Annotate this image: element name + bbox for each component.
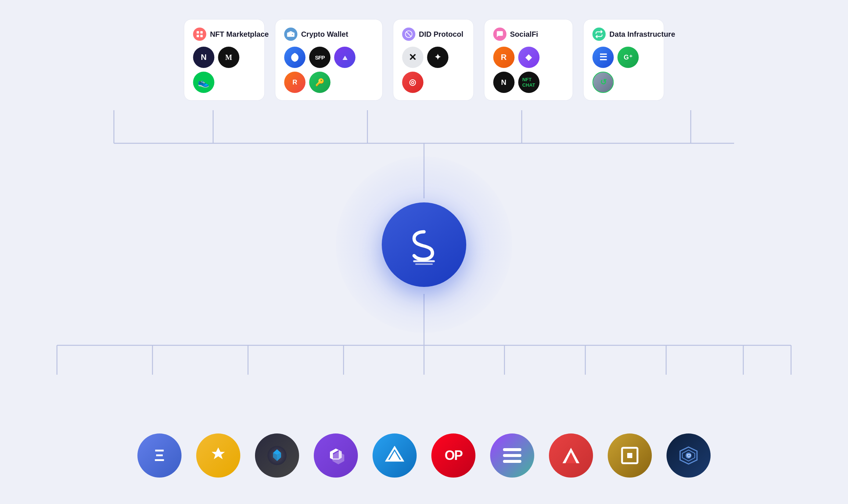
socialfi-header: SocialFi — [493, 28, 564, 41]
data-infrastructure-card: Data Infrastructure ☰ G⁺ ↺ — [583, 19, 664, 101]
top-cards-row: NFT Marketplace N M 👟 — [184, 19, 664, 101]
did-protocol-title: DID Protocol — [419, 30, 463, 39]
data-infrastructure-title: Data Infrastructure — [610, 30, 675, 39]
logo-rainbow: R — [284, 72, 305, 93]
data-infrastructure-icon — [593, 28, 606, 41]
socialfi-icon — [493, 28, 506, 41]
chain-bnb — [196, 433, 240, 478]
logo-makersplace: M — [218, 47, 239, 68]
scene: NFT Marketplace N M 👟 — [0, 0, 848, 504]
did-protocol-icon — [402, 28, 415, 41]
nft-marketplace-card: NFT Marketplace N M 👟 — [184, 19, 265, 101]
svg-point-4 — [292, 34, 293, 35]
bottom-chains: Ξ — [137, 433, 711, 478]
chain-avalanche — [549, 433, 593, 478]
did-protocol-logos: ✕ ✦ ◎ — [402, 47, 464, 93]
crypto-wallet-icon — [284, 28, 297, 41]
logo-orange: ◎ — [402, 72, 423, 93]
crypto-wallet-header: Crypto Wallet — [284, 28, 373, 41]
center-hub-wrapper — [382, 202, 466, 287]
svg-line-6 — [406, 32, 411, 37]
svg-text:🛡: 🛡 — [687, 454, 691, 458]
crypto-wallet-logos: SFP ⟁ R 🔑 — [284, 47, 373, 93]
socialfi-title: SocialFi — [510, 30, 538, 39]
logo-data2: G⁺ — [618, 47, 639, 68]
logo-safepal: SFP — [309, 47, 330, 68]
logo-opensea: 👟 — [193, 72, 214, 93]
chain-solana — [490, 433, 534, 478]
did-protocol-header: DID Protocol — [402, 28, 464, 41]
svg-rect-19 — [627, 453, 632, 458]
center-hub-logo — [404, 224, 444, 265]
chain-optimism: OP — [431, 433, 475, 478]
logo-token-pocket: 🔑 — [309, 72, 330, 93]
nft-marketplace-title: NFT Marketplace — [210, 30, 269, 39]
did-protocol-card: DID Protocol ✕ ✦ ◎ — [393, 19, 474, 101]
center-hub — [382, 202, 466, 287]
logo-nftchat: NFTCHAT — [518, 72, 539, 93]
logo-bitkeep: ⟁ — [334, 47, 355, 68]
svg-rect-13 — [503, 448, 521, 451]
logo-rally: R — [493, 47, 514, 68]
svg-rect-2 — [197, 35, 199, 37]
logo-trust-wallet — [284, 47, 305, 68]
chain-fantom — [255, 433, 299, 478]
svg-rect-3 — [200, 35, 202, 37]
svg-marker-9 — [212, 447, 225, 459]
socialfi-logos: R ◆ N NFTCHAT — [493, 47, 564, 93]
logo-ceramic: ✦ — [427, 47, 448, 68]
chain-cronos: 🛡 — [666, 433, 711, 478]
svg-rect-1 — [200, 31, 202, 33]
svg-rect-14 — [503, 454, 521, 457]
nft-marketplace-logos: N M 👟 — [193, 47, 255, 93]
logo-niswap: N — [193, 47, 214, 68]
nft-marketplace-icon — [193, 28, 206, 41]
socialfi-card: SocialFi R ◆ N NFTCHAT — [484, 19, 573, 101]
chain-ethereum: Ξ — [137, 433, 182, 478]
logo-numbers: N — [493, 72, 514, 93]
svg-rect-0 — [197, 31, 199, 33]
chain-arbitrum — [373, 433, 417, 478]
nft-marketplace-header: NFT Marketplace — [193, 28, 255, 41]
data-infrastructure-logos: ☰ G⁺ ↺ — [593, 47, 655, 93]
chain-qubic — [608, 433, 652, 478]
logo-data1: ☰ — [593, 47, 614, 68]
crypto-wallet-card: Crypto Wallet SFP ⟁ R — [275, 19, 382, 101]
chain-polygon — [314, 433, 358, 478]
logo-x: ✕ — [402, 47, 423, 68]
svg-rect-15 — [503, 460, 521, 463]
logo-data3: ↺ — [593, 72, 614, 93]
logo-aave-social: ◆ — [518, 47, 539, 68]
data-infrastructure-header: Data Infrastructure — [593, 28, 655, 41]
crypto-wallet-title: Crypto Wallet — [301, 30, 348, 39]
